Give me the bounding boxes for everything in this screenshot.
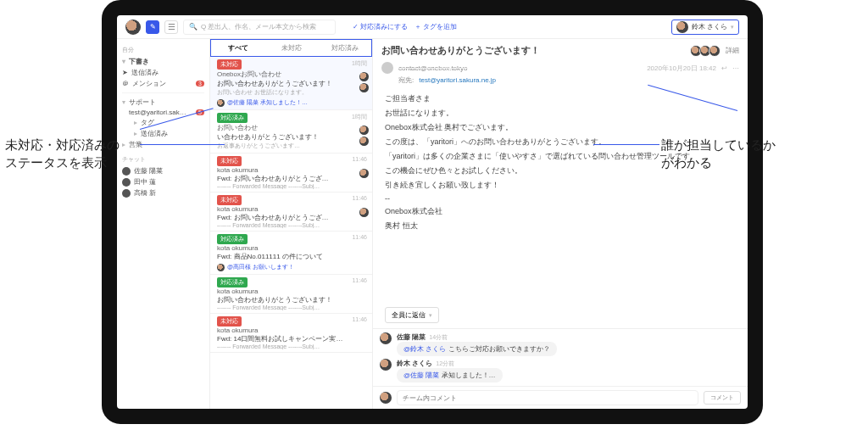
status-badge: 未対応 — [217, 195, 242, 205]
commenter-avatar — [217, 99, 225, 107]
mail-list-item[interactable]: 対応済み11:46 kota okumura Fwd: 商品No.011111 … — [210, 232, 372, 275]
sidebar-item-label: 送信済み — [131, 68, 159, 77]
mail-subject: い合わせありがとうございます！ — [217, 132, 367, 142]
more-icon[interactable]: ⋯ — [732, 64, 739, 72]
chevron-down-icon: ▾ — [731, 24, 734, 31]
status-badge: 未対応 — [217, 59, 242, 70]
commenter-avatar — [217, 264, 225, 271]
comment-input[interactable] — [397, 390, 698, 405]
mail-list-item[interactable]: 対応済み11:46 kota okumura お問い合わせありがとうございます！… — [210, 275, 372, 314]
mail-preview: お返事ありがとうございます… — [217, 142, 367, 150]
sidebar-item-support-group[interactable]: ▾ サポート — [122, 97, 204, 108]
tab-all[interactable]: すべて — [211, 40, 264, 56]
tab-open[interactable]: 未対応 — [264, 40, 318, 56]
mail-from: お問い合わせ い合わせありがとうございます！ お返事ありがとうございます… — [217, 123, 367, 150]
search-placeholder: Q 差出人、作名、メール本文から検索 — [201, 22, 316, 31]
mail-from: kota okumura Fwd: お問い合わせありがとうござ… -------… — [217, 205, 367, 228]
current-user-avatar[interactable] — [125, 20, 141, 35]
status-badge: 対応済み — [217, 113, 248, 123]
mail-list-item[interactable]: 対応済み1時間 お問い合わせ い合わせありがとうございます！ お返事ありがとうご… — [210, 110, 372, 154]
status-badge: 未対応 — [217, 156, 242, 166]
chat-member[interactable]: 佐藤 陽菜 — [122, 165, 204, 176]
grid-button[interactable]: ☰ — [164, 20, 178, 34]
badge-count: 3 — [196, 81, 204, 87]
caret-icon: ▸ — [122, 141, 125, 148]
mail-time: 11:46 — [352, 277, 367, 283]
sidebar-item-sent2[interactable]: ▸ 送信済み — [122, 128, 204, 139]
tab-done[interactable]: 対応済み — [318, 40, 371, 56]
sidebar-item-inbox[interactable]: test@yaritori.sak… 5 — [122, 108, 204, 117]
callout-line-left — [140, 144, 225, 145]
app-body: 自分 ▾ 下書き ➤ 送信済み ＠ メンション 3 ▾ サポート — [117, 39, 748, 409]
status-tabs: すべて 未対応 対応済み — [210, 39, 372, 57]
email-time: 2020年10月20日 18:42 — [647, 64, 716, 73]
mail-subject: Fwd: 14日間無料お試しキャンペーン実… — [217, 334, 367, 343]
comment-send-button[interactable]: コメント — [704, 391, 741, 405]
search-icon: 🔍 — [189, 23, 198, 31]
status-badge: 未対応 — [217, 316, 242, 327]
mail-preview: ------- Forwarded Message -------Subj… — [217, 304, 367, 310]
mail-list-item[interactable]: 未対応11:46 kota okumura Fwd: お問い合わせありがとうござ… — [210, 154, 372, 193]
status-badge: 対応済み — [217, 234, 248, 244]
email-subject: お問い合わせありがとうございます！ — [381, 44, 540, 57]
sidebar-item-drafts[interactable]: ▾ 下書き — [122, 56, 204, 67]
sidebar-item-label: test@yaritori.sak… — [129, 109, 186, 116]
sidebar-item-label: 送信済み — [141, 129, 168, 138]
mention[interactable]: @鈴木 さくら — [403, 345, 446, 353]
chat-member[interactable]: 田中 蓮 — [122, 176, 204, 187]
mail-time: 1時間 — [352, 59, 367, 68]
status-badge: 対応済み — [217, 277, 248, 287]
assignee-picker[interactable]: 鈴木 さくら ▾ — [671, 20, 739, 35]
assignee-name: 鈴木 さくら — [692, 22, 727, 31]
caret-icon: ▾ — [122, 98, 125, 106]
reply-all-label: 全員に返信 — [392, 310, 426, 320]
comment-preview: @高田様 お願いします！ — [227, 263, 294, 271]
comment: 鈴木 さくら12分前 @佐藤 陽菜 承知しました！… — [380, 359, 741, 382]
reply-icon[interactable]: ↩ — [721, 64, 727, 72]
chat-member-name: 佐藤 陽菜 — [134, 166, 163, 176]
mail-subject: Fwd: 商品No.011111 の件について — [217, 252, 367, 261]
mail-list-item[interactable]: 未対応11:46 kota okumura Fwd: 14日間無料お試しキャンペ… — [210, 314, 372, 353]
assigned-avatars — [359, 126, 367, 146]
reply-all-button[interactable]: 全員に返信 ▾ — [385, 307, 439, 323]
chevron-down-icon: ▾ — [429, 312, 432, 319]
compose-button[interactable]: ✎ — [146, 20, 159, 34]
device-frame: ✎ ☰ 🔍 Q 差出人、作名、メール本文から検索 ✓ 対応済みにする ＋ タグを… — [102, 0, 763, 424]
mail-time: 11:46 — [352, 234, 367, 240]
comment-bubble: @佐藤 陽菜 承知しました！… — [397, 368, 503, 382]
mail-subject: Fwd: お問い合わせありがとうござ… — [217, 213, 367, 222]
mail-from: kota okumura Fwd: お問い合わせありがとうござ… -------… — [217, 166, 367, 189]
search-input[interactable]: 🔍 Q 差出人、作名、メール本文から検索 — [183, 20, 336, 35]
detail-link[interactable]: 詳細 — [726, 46, 739, 55]
avatar[interactable] — [709, 45, 721, 57]
comment-ts: 14分前 — [429, 334, 448, 340]
my-avatar — [380, 392, 392, 404]
mail-list-item[interactable]: 未対応11:46 kota okumura Fwd: お問い合わせありがとうござ… — [210, 193, 372, 232]
chat-member-name: 高橋 新 — [134, 188, 156, 198]
mail-list[interactable]: 未対応1時間 Oneboxお問い合わせ お問い合わせありがとうございます！ お問… — [210, 57, 372, 409]
assignee-avatar — [359, 208, 367, 217]
comment-avatar — [380, 332, 392, 344]
mail-time: 1時間 — [352, 113, 367, 121]
mail-from: kota okumura お問い合わせありがとうございます！ ------- F… — [217, 287, 367, 310]
mail-list-item[interactable]: 未対応1時間 Oneboxお問い合わせ お問い合わせありがとうございます！ お問… — [210, 57, 372, 110]
to-address: test@yaritori.sakura.ne.jp — [419, 76, 496, 84]
comment-preview: @佐藤 陽菜 承知しました！… — [227, 98, 308, 107]
mail-time: 11:46 — [352, 195, 367, 201]
comment-input-row: コメント — [373, 386, 748, 409]
comment-author: 佐藤 陽菜 — [397, 333, 426, 341]
chat-member[interactable]: 高橋 新 — [122, 187, 204, 198]
sidebar-item-label: サポート — [129, 98, 156, 107]
mail-preview: ------- Forwarded Message -------Subj… — [217, 343, 367, 349]
add-tag-button[interactable]: ＋ タグを追加 — [415, 22, 457, 31]
mail-subject: お問い合わせありがとうございます！ — [217, 79, 367, 88]
sidebar-item-mentions[interactable]: ＠ メンション 3 — [122, 78, 204, 89]
callout-line-right — [593, 144, 659, 145]
detail-panel: お問い合わせありがとうございます！ 詳細 contact@onebox.toky… — [373, 39, 748, 409]
assignee-avatars[interactable] — [693, 45, 721, 57]
sidebar-item-sent[interactable]: ➤ 送信済み — [122, 67, 204, 78]
mention[interactable]: @佐藤 陽菜 — [403, 371, 439, 379]
mark-done-button[interactable]: ✓ 対応済みにする — [353, 22, 408, 31]
assigned-avatars — [359, 72, 367, 92]
topbar: ✎ ☰ 🔍 Q 差出人、作名、メール本文から検索 ✓ 対応済みにする ＋ タグを… — [117, 15, 748, 39]
